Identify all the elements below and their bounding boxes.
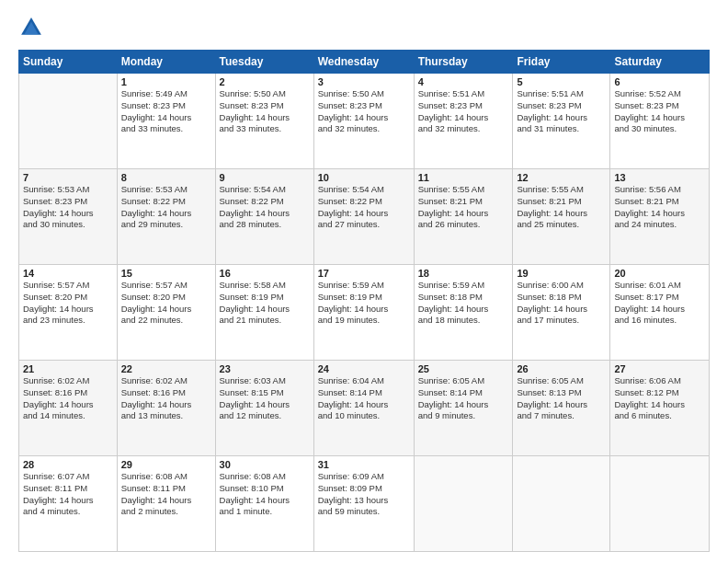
day-info: Sunrise: 6:09 AM Sunset: 8:09 PM Dayligh…: [318, 471, 410, 518]
calendar-cell: 26Sunrise: 6:05 AM Sunset: 8:13 PM Dayli…: [513, 361, 610, 456]
weekday-header-monday: Monday: [117, 51, 215, 74]
calendar-cell: 8Sunrise: 5:53 AM Sunset: 8:22 PM Daylig…: [117, 169, 215, 265]
day-info: Sunrise: 5:55 AM Sunset: 8:21 PM Dayligh…: [418, 184, 509, 231]
day-info: Sunrise: 5:56 AM Sunset: 8:21 PM Dayligh…: [614, 184, 705, 231]
day-number: 3: [318, 76, 410, 87]
calendar-cell: 28Sunrise: 6:07 AM Sunset: 8:11 PM Dayli…: [19, 456, 118, 552]
calendar-cell: [513, 456, 610, 552]
calendar-cell: 10Sunrise: 5:54 AM Sunset: 8:22 PM Dayli…: [313, 169, 414, 265]
day-info: Sunrise: 5:57 AM Sunset: 8:20 PM Dayligh…: [121, 280, 211, 327]
day-info: Sunrise: 5:57 AM Sunset: 8:20 PM Dayligh…: [23, 280, 113, 327]
day-info: Sunrise: 5:49 AM Sunset: 8:23 PM Dayligh…: [121, 88, 211, 135]
day-number: 10: [318, 172, 410, 183]
calendar-cell: [610, 456, 710, 552]
calendar-cell: 16Sunrise: 5:58 AM Sunset: 8:19 PM Dayli…: [215, 265, 313, 361]
day-info: Sunrise: 5:58 AM Sunset: 8:19 PM Dayligh…: [220, 280, 310, 327]
day-number: 4: [418, 76, 509, 87]
calendar-cell: 23Sunrise: 6:03 AM Sunset: 8:15 PM Dayli…: [215, 361, 313, 456]
calendar-cell: 30Sunrise: 6:08 AM Sunset: 8:10 PM Dayli…: [215, 456, 313, 552]
day-number: 24: [318, 363, 410, 374]
calendar-cell: 9Sunrise: 5:54 AM Sunset: 8:22 PM Daylig…: [215, 169, 313, 265]
day-info: Sunrise: 5:53 AM Sunset: 8:22 PM Dayligh…: [121, 184, 211, 231]
calendar-cell: 2Sunrise: 5:50 AM Sunset: 8:23 PM Daylig…: [215, 74, 313, 169]
calendar-cell: 18Sunrise: 5:59 AM Sunset: 8:18 PM Dayli…: [414, 265, 513, 361]
day-number: 11: [418, 172, 509, 183]
day-number: 13: [614, 172, 705, 183]
day-number: 18: [418, 268, 509, 279]
day-info: Sunrise: 5:55 AM Sunset: 8:21 PM Dayligh…: [517, 184, 606, 231]
calendar-cell: 15Sunrise: 5:57 AM Sunset: 8:20 PM Dayli…: [117, 265, 215, 361]
day-number: 6: [614, 76, 705, 87]
weekday-header-sunday: Sunday: [19, 51, 118, 74]
day-number: 30: [220, 459, 310, 470]
weekday-header-wednesday: Wednesday: [313, 51, 414, 74]
page: SundayMondayTuesdayWednesdayThursdayFrid…: [0, 0, 728, 563]
logo-icon: [18, 15, 44, 40]
day-info: Sunrise: 5:51 AM Sunset: 8:23 PM Dayligh…: [517, 88, 606, 135]
calendar-week-row: 7Sunrise: 5:53 AM Sunset: 8:23 PM Daylig…: [19, 169, 710, 265]
calendar-cell: 29Sunrise: 6:08 AM Sunset: 8:11 PM Dayli…: [117, 456, 215, 552]
calendar-cell: 21Sunrise: 6:02 AM Sunset: 8:16 PM Dayli…: [19, 361, 118, 456]
calendar-cell: 27Sunrise: 6:06 AM Sunset: 8:12 PM Dayli…: [610, 361, 710, 456]
calendar-cell: 25Sunrise: 6:05 AM Sunset: 8:14 PM Dayli…: [414, 361, 513, 456]
day-number: 28: [23, 459, 113, 470]
day-number: 22: [121, 363, 211, 374]
day-number: 8: [121, 172, 211, 183]
day-number: 25: [418, 363, 509, 374]
day-number: 15: [121, 268, 211, 279]
day-number: 16: [220, 268, 310, 279]
day-number: 31: [318, 459, 410, 470]
weekday-header-thursday: Thursday: [414, 51, 513, 74]
day-info: Sunrise: 6:08 AM Sunset: 8:10 PM Dayligh…: [220, 471, 310, 518]
calendar-cell: 5Sunrise: 5:51 AM Sunset: 8:23 PM Daylig…: [513, 74, 610, 169]
day-number: 21: [23, 363, 113, 374]
day-number: 17: [318, 268, 410, 279]
day-info: Sunrise: 6:03 AM Sunset: 8:15 PM Dayligh…: [220, 375, 310, 422]
calendar-week-row: 1Sunrise: 5:49 AM Sunset: 8:23 PM Daylig…: [19, 74, 710, 169]
day-info: Sunrise: 5:53 AM Sunset: 8:23 PM Dayligh…: [23, 184, 113, 231]
day-info: Sunrise: 6:08 AM Sunset: 8:11 PM Dayligh…: [121, 471, 211, 518]
day-number: 14: [23, 268, 113, 279]
calendar-cell: [19, 74, 118, 169]
calendar-cell: 1Sunrise: 5:49 AM Sunset: 8:23 PM Daylig…: [117, 74, 215, 169]
calendar-table: SundayMondayTuesdayWednesdayThursdayFrid…: [18, 50, 710, 552]
calendar-cell: 12Sunrise: 5:55 AM Sunset: 8:21 PM Dayli…: [513, 169, 610, 265]
day-info: Sunrise: 5:54 AM Sunset: 8:22 PM Dayligh…: [318, 184, 410, 231]
day-number: 5: [517, 76, 606, 87]
day-number: 29: [121, 459, 211, 470]
day-info: Sunrise: 6:06 AM Sunset: 8:12 PM Dayligh…: [614, 375, 705, 422]
weekday-header-tuesday: Tuesday: [215, 51, 313, 74]
calendar-cell: 13Sunrise: 5:56 AM Sunset: 8:21 PM Dayli…: [610, 169, 710, 265]
day-number: 12: [517, 172, 606, 183]
calendar-cell: 31Sunrise: 6:09 AM Sunset: 8:09 PM Dayli…: [313, 456, 414, 552]
day-info: Sunrise: 5:54 AM Sunset: 8:22 PM Dayligh…: [220, 184, 310, 231]
day-info: Sunrise: 6:02 AM Sunset: 8:16 PM Dayligh…: [23, 375, 113, 422]
calendar-week-row: 21Sunrise: 6:02 AM Sunset: 8:16 PM Dayli…: [19, 361, 710, 456]
day-number: 1: [121, 76, 211, 87]
day-info: Sunrise: 5:51 AM Sunset: 8:23 PM Dayligh…: [418, 88, 509, 135]
calendar-week-row: 14Sunrise: 5:57 AM Sunset: 8:20 PM Dayli…: [19, 265, 710, 361]
calendar-cell: 20Sunrise: 6:01 AM Sunset: 8:17 PM Dayli…: [610, 265, 710, 361]
day-info: Sunrise: 6:01 AM Sunset: 8:17 PM Dayligh…: [614, 280, 705, 327]
day-info: Sunrise: 5:50 AM Sunset: 8:23 PM Dayligh…: [220, 88, 310, 135]
day-number: 23: [220, 363, 310, 374]
calendar-cell: 3Sunrise: 5:50 AM Sunset: 8:23 PM Daylig…: [313, 74, 414, 169]
day-info: Sunrise: 6:02 AM Sunset: 8:16 PM Dayligh…: [121, 375, 211, 422]
day-number: 26: [517, 363, 606, 374]
calendar-cell: 6Sunrise: 5:52 AM Sunset: 8:23 PM Daylig…: [610, 74, 710, 169]
day-number: 7: [23, 172, 113, 183]
calendar-cell: 7Sunrise: 5:53 AM Sunset: 8:23 PM Daylig…: [19, 169, 118, 265]
weekday-header-saturday: Saturday: [610, 51, 710, 74]
day-number: 20: [614, 268, 705, 279]
day-info: Sunrise: 5:50 AM Sunset: 8:23 PM Dayligh…: [318, 88, 410, 135]
day-number: 19: [517, 268, 606, 279]
calendar-cell: 11Sunrise: 5:55 AM Sunset: 8:21 PM Dayli…: [414, 169, 513, 265]
day-number: 27: [614, 363, 705, 374]
calendar-cell: 24Sunrise: 6:04 AM Sunset: 8:14 PM Dayli…: [313, 361, 414, 456]
header: [18, 15, 710, 40]
calendar-week-row: 28Sunrise: 6:07 AM Sunset: 8:11 PM Dayli…: [19, 456, 710, 552]
day-info: Sunrise: 5:59 AM Sunset: 8:19 PM Dayligh…: [318, 280, 410, 327]
day-info: Sunrise: 6:04 AM Sunset: 8:14 PM Dayligh…: [318, 375, 410, 422]
day-info: Sunrise: 5:52 AM Sunset: 8:23 PM Dayligh…: [614, 88, 705, 135]
calendar-cell: 14Sunrise: 5:57 AM Sunset: 8:20 PM Dayli…: [19, 265, 118, 361]
